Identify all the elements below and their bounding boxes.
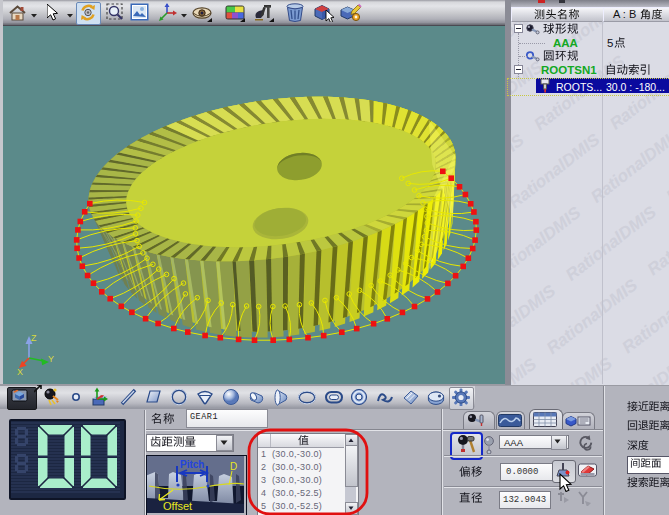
svg-text:RationalDMIS: RationalDMIS xyxy=(587,124,669,207)
svg-text:Offset: Offset xyxy=(163,500,192,512)
svg-text:RationalDMIS: RationalDMIS xyxy=(511,354,541,385)
svg-text:Pitch: Pitch xyxy=(180,459,204,470)
svg-text:D: D xyxy=(230,461,237,472)
svg-text:RationalDMIS: RationalDMIS xyxy=(511,129,604,212)
svg-text:Z: Z xyxy=(31,333,37,343)
svg-text:Y: Y xyxy=(48,354,54,364)
svg-text:X: X xyxy=(17,367,23,377)
